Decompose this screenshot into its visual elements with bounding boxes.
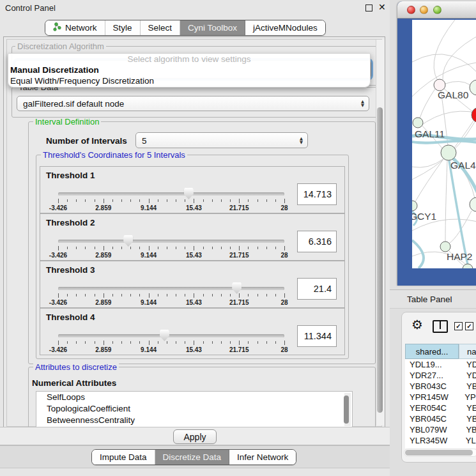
tick-mark [194,341,194,345]
tick-mark [149,341,150,345]
network-canvas[interactable]: GAL80GCGAL11GAL4GCY1HHAP2 [412,20,476,268]
bottom-strip: Impute DataDiscretize DataInfer Network [0,445,390,476]
threshold-value-field[interactable]: 14.713 [297,183,337,205]
tab-discretize-data[interactable]: Discretize Data [155,450,230,464]
checkbox-icon[interactable]: ✓ [465,322,473,330]
threshold-slider-track[interactable] [58,287,284,290]
columns-icon[interactable] [433,320,448,333]
threshold-slider-thumb[interactable] [184,188,194,199]
threshold-slider-track[interactable] [58,192,284,196]
network-node[interactable] [412,201,417,211]
tick-label: 9.144 [134,252,164,259]
tick-label: 15.43 [179,204,208,211]
zoom-traffic-light-icon[interactable] [433,6,441,14]
tab-cyni-toolbox[interactable]: Cyni Toolbox [180,20,245,35]
node-label: GCY1 [412,211,436,222]
attribute-list-item[interactable]: TopologicalCoefficient [36,403,352,415]
tab-impute-data[interactable]: Impute Data [92,450,155,464]
tick-mark [76,341,77,344]
tick-mark [104,341,104,345]
network-node[interactable] [470,80,476,95]
table-row[interactable]: YLR345WYLR345W [405,435,476,446]
tick-mark [230,341,231,344]
table-row[interactable]: YBR043CYBR043C [405,381,476,392]
column-header-name[interactable]: name [459,344,476,359]
num-intervals-combobox[interactable]: 5 ▲▼ [135,132,308,148]
close-traffic-light-icon[interactable] [407,6,415,14]
threshold-slider-thumb[interactable] [232,282,242,294]
dropdown-option[interactable]: Equal Width/Frequency Discretization [8,75,370,86]
cyni-bottom-tabbar: Impute DataDiscretize DataInfer Network [91,449,296,465]
table-row[interactable]: YPR145WYPR145W [405,392,476,403]
tick-mark [112,199,113,202]
tick-label: 15.43 [179,346,208,353]
tick-label: 2.859 [89,299,118,306]
tick-label: 21.715 [224,204,254,211]
tab-infer-network[interactable]: Infer Network [229,450,296,464]
tick-mark [121,199,122,202]
table-data-combobox[interactable]: galFiltered.sif default node ▲▼ [17,96,369,111]
threshold-slider-thumb[interactable] [160,330,169,341]
close-icon[interactable]: ✕ [378,2,386,12]
apply-button[interactable]: Apply [173,429,217,444]
threshold-value-field[interactable]: 6.316 [297,231,337,252]
network-node[interactable] [472,107,476,123]
tab-style[interactable]: Style [105,20,141,35]
tick-mark [85,341,86,344]
checkbox-icon[interactable]: ✓ [454,322,463,330]
tab-label: Cyni Toolbox [188,23,237,33]
network-node[interactable] [441,145,456,160]
tab-select[interactable]: Select [141,20,181,35]
tick-mark [203,294,204,296]
tab-label: Infer Network [237,452,288,462]
tab-jactivemnodules[interactable]: jActiveMNodules [245,20,325,35]
tick-mark [58,246,59,250]
table-row[interactable]: YBL079WYBL079W [405,424,476,435]
table-hscrollbar-thumb[interactable] [405,450,473,456]
stepper-icon: ▲▼ [300,137,303,144]
panel-scrollbar-thumb[interactable] [377,107,383,413]
tick-mark [158,199,158,202]
threshold-slider-track[interactable] [58,240,284,243]
tick-mark [158,294,158,296]
threshold-value-field[interactable]: 21.4 [297,278,337,300]
network-node[interactable] [440,242,450,252]
dropdown-options: Manual DiscretizationEqual Width/Frequen… [8,65,370,86]
table-cell: YBL079W [405,424,458,435]
table-row[interactable]: YDR27...YDR27... [405,370,476,381]
network-window-titlebar[interactable] [397,1,476,19]
tick-mark [176,199,176,202]
tab-network[interactable]: Network [45,20,105,35]
control-panel-tabbar: NetworkStyleSelectCyni ToolboxjActiveMNo… [45,20,326,36]
threshold-slider-thumb[interactable] [123,235,133,247]
tab-label: jActiveMNodules [253,23,318,33]
table-cell: YLR345W [405,435,458,446]
tick-label: 2.859 [89,346,118,353]
tick-mark [221,341,222,344]
threshold-value-field[interactable]: 11.344 [297,325,337,347]
network-node[interactable] [463,264,473,268]
tick-mark [221,247,222,249]
dropdown-placeholder: Select algorithm to view settings [8,54,370,65]
scrollbar-thumb[interactable] [344,395,349,424]
minimize-traffic-light-icon[interactable] [420,6,428,14]
table-row[interactable]: YER054CYER054C [405,403,476,413]
attribute-list-item[interactable]: BetweennessCentrality [36,415,352,426]
network-node[interactable] [413,118,423,128]
tick-mark [130,341,131,344]
tab-label: Discretize Data [163,452,222,462]
float-window-icon[interactable] [365,4,372,12]
gear-icon[interactable]: ⚙ [411,317,423,332]
network-node[interactable] [470,197,476,211]
tick-mark [130,247,131,249]
tick-mark [257,294,258,296]
threshold-slider-track[interactable] [58,334,284,337]
table-cell: YBR043C [405,381,459,392]
column-header-shared-name[interactable]: shared... [405,344,459,359]
tick-mark [58,341,59,345]
dropdown-option[interactable]: Manual Discretization [8,65,370,75]
attributes-list-scrollbar[interactable] [344,393,351,426]
attribute-list-item[interactable]: SelfLoops [36,392,352,403]
table-row[interactable]: YDL19...YDL19... [405,359,476,370]
table-row[interactable]: YBR045CYBR045C [405,413,476,424]
